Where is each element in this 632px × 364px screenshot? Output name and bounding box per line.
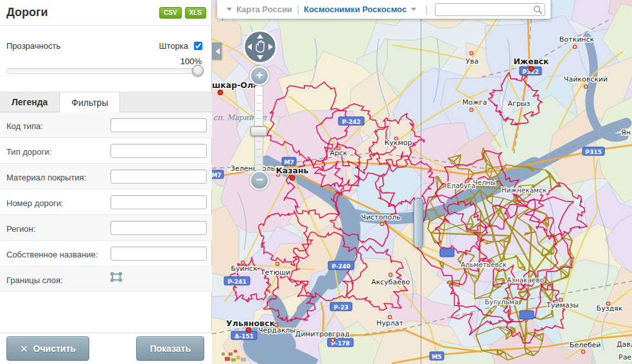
filter-label: Код типа: xyxy=(6,118,106,132)
city-label: Елабуга xyxy=(447,182,475,189)
city-label: Агрыз xyxy=(508,100,531,108)
city-label: Челны xyxy=(473,178,496,186)
polygon-select-icon[interactable] xyxy=(110,272,122,282)
city-label: Кукмор xyxy=(385,139,412,147)
show-button-label: Показать xyxy=(150,343,191,354)
layer-tab-satellite[interactable]: Космоснимки Роскосмос xyxy=(304,4,407,14)
map-search-input[interactable] xyxy=(435,3,545,16)
road-badge: А-151 xyxy=(231,331,257,340)
export-csv-button[interactable]: CSV xyxy=(159,7,182,19)
town-dot xyxy=(389,316,392,319)
city-label: Чайковский xyxy=(564,75,608,83)
city-label: Буздяк xyxy=(597,304,623,313)
city-label: Туймазы xyxy=(546,301,579,309)
zoom-slider-handle[interactable] xyxy=(250,126,267,136)
city-label: Чистополь xyxy=(361,213,400,221)
show-button[interactable]: Показать xyxy=(136,336,204,361)
app-window: Дороги CSV XLS Прозрачность Шторка 100% … xyxy=(0,0,632,364)
curtain-divider-handle[interactable] xyxy=(414,198,423,248)
town-dot xyxy=(331,339,335,342)
filter-input-5[interactable] xyxy=(110,247,207,261)
magnifier-icon[interactable] xyxy=(533,5,543,15)
filter-row: Тип дороги: xyxy=(0,138,212,164)
svg-text:Р-240: Р-240 xyxy=(331,263,350,270)
roads-layer-panel: Дороги CSV XLS Прозрачность Шторка 100% … xyxy=(0,0,212,364)
svg-text:Р-23: Р-23 xyxy=(334,304,349,311)
panel-tabs: ЛегендаФильтры xyxy=(0,92,212,112)
filter-input-4[interactable] xyxy=(110,221,207,235)
toolbar-separator: | xyxy=(297,4,299,15)
filter-input-2[interactable] xyxy=(110,169,207,184)
city-label: Белебей xyxy=(570,341,601,349)
panel-title: Дороги xyxy=(6,6,156,19)
town-dot xyxy=(389,273,392,277)
city-label: Казань xyxy=(276,166,309,175)
filter-row: Регион: xyxy=(0,215,212,241)
transparency-slider[interactable] xyxy=(6,68,199,74)
city-label: Ижевск xyxy=(513,56,549,66)
road-badge xyxy=(440,248,454,257)
filter-input-0[interactable] xyxy=(110,118,207,132)
city-label: Чердаклы xyxy=(258,326,295,334)
town-dot xyxy=(574,46,577,49)
panel-header: Дороги CSV XLS xyxy=(0,0,211,26)
road-badge: Р-241 xyxy=(224,277,250,285)
road-badge: Р-240 xyxy=(328,261,354,270)
filter-row: Номер дороги: xyxy=(0,189,212,215)
transparency-label: Прозрачность xyxy=(6,41,60,51)
filter-row: Собственное название: xyxy=(0,241,212,266)
city-label: Воткинск xyxy=(559,35,595,44)
road-badge: Р-23 xyxy=(330,302,352,311)
zoom-slider-track[interactable] xyxy=(254,85,263,173)
filter-label: Границы слоя: xyxy=(6,272,106,286)
collapse-panel-button[interactable] xyxy=(212,42,222,60)
chevron-down-icon[interactable] xyxy=(411,8,416,13)
road-badge: Р-242 xyxy=(338,117,364,125)
svg-text:М7: М7 xyxy=(284,159,294,166)
city-label: Давл xyxy=(617,340,632,349)
town-dot xyxy=(584,85,588,89)
city-dot xyxy=(290,175,295,180)
road-badge: М7 xyxy=(282,157,296,166)
arrow-left-icon xyxy=(213,48,220,55)
city-label: Ува xyxy=(466,57,478,65)
svg-text:Р315: Р315 xyxy=(585,149,601,155)
filter-input-3[interactable] xyxy=(110,195,207,209)
svg-text:Р-242: Р-242 xyxy=(342,119,360,125)
city-label: Нижнекамск xyxy=(502,186,547,194)
town-dot xyxy=(276,263,279,266)
tab-legend[interactable]: Легенда xyxy=(0,92,59,112)
city-dot xyxy=(218,90,223,95)
export-xls-button[interactable]: XLS xyxy=(185,7,206,19)
city-label: Нурлат xyxy=(376,319,404,327)
filter-label: Тип дороги: xyxy=(6,144,106,157)
curtain-label: Шторка xyxy=(159,41,188,51)
svg-text:М5: М5 xyxy=(432,354,441,360)
filter-label: Собственное название: xyxy=(6,247,106,260)
map-viewport[interactable]: Р322Р315Р-242М7М7Р-240Р-241Р-23Р-178А-15… xyxy=(212,0,632,364)
toolbar-separator: | xyxy=(425,4,428,15)
transparency-percent: 100% xyxy=(6,56,202,66)
tab-filters[interactable]: Фильтры xyxy=(59,92,120,112)
road-badge: Р315 xyxy=(583,147,604,155)
pan-control[interactable] xyxy=(243,30,277,64)
transparency-slider-handle[interactable] xyxy=(192,65,204,76)
town-dot xyxy=(470,108,473,112)
town-dot xyxy=(470,52,473,55)
filters-list: Код типа:Тип дороги:Материал покрытия:Но… xyxy=(0,112,212,291)
zoom-in-button[interactable]: + xyxy=(250,66,269,85)
clear-button-label: Очистить xyxy=(33,343,76,354)
clear-button[interactable]: ✕ Очистить xyxy=(6,336,89,361)
filter-row: Материал покрытия: xyxy=(0,164,212,189)
zoom-out-button[interactable]: − xyxy=(250,171,269,190)
map-toolbar: Карта России | Космоснимки Роскосмос | xyxy=(216,0,551,19)
curtain-checkbox[interactable] xyxy=(194,42,202,50)
chevron-down-icon[interactable] xyxy=(227,8,232,13)
filter-input-1[interactable] xyxy=(110,144,207,158)
city-label: Можга xyxy=(462,98,487,107)
layer-tab-map-of-russia[interactable]: Карта России xyxy=(236,4,292,14)
road-badge: М5 xyxy=(430,352,444,360)
city-label: Димитровград xyxy=(295,330,350,338)
svg-text:Р-241: Р-241 xyxy=(227,279,246,285)
x-icon: ✕ xyxy=(20,344,28,354)
